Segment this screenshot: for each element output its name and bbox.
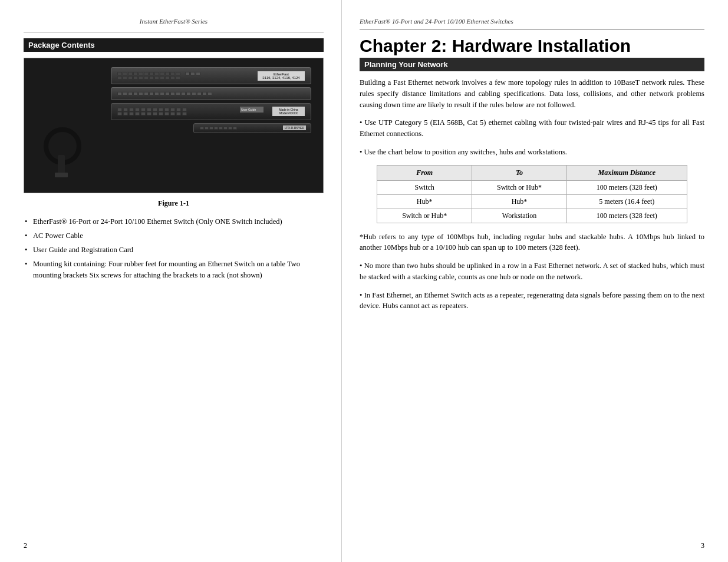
package-bullet-list: EtherFast® 16-Port or 24-Port 10/100 Eth… xyxy=(24,216,324,280)
right-page: EtherFast® 16-Port and 24-Port 10/100 Et… xyxy=(342,0,728,562)
hub-uplink-bullet: • No more than two hubs should be uplink… xyxy=(360,260,704,283)
table-row: Switch Switch or Hub* 100 meters (328 fe… xyxy=(377,180,687,194)
table-header-to: To xyxy=(472,165,567,180)
table-row: Hub* Hub* 5 meters (16.4 feet) xyxy=(377,194,687,209)
left-page-number: 2 xyxy=(24,541,27,550)
left-series-label: Instant EtherFast® Series xyxy=(24,18,324,25)
figure-caption: Figure 1-1 xyxy=(24,199,324,208)
table-cell: Hub* xyxy=(472,194,567,209)
network-table: From To Maximum Distance Switch Switch o… xyxy=(377,165,687,223)
table-header-from: From xyxy=(377,165,472,180)
table-cell: Workstation xyxy=(472,209,567,223)
footnote: *Hub refers to any type of 100Mbps hub, … xyxy=(360,232,704,254)
chapter-title: Chapter 2: Hardware Installation xyxy=(360,36,704,55)
table-cell: 100 meters (328 feet) xyxy=(566,180,687,194)
intro-paragraph: Building a Fast Ethernet network involve… xyxy=(360,77,704,110)
switch-stack: EtherFast3116, 3124, 4116, 4124 xyxy=(111,67,311,133)
right-series-label: EtherFast® 16-Port and 24-Port 10/100 Et… xyxy=(360,18,704,25)
table-cell: Switch or Hub* xyxy=(472,180,567,194)
right-page-number: 3 xyxy=(701,541,704,550)
ethernet-switch-bullet: • In Fast Ethernet, an Ethernet Switch a… xyxy=(360,290,704,312)
table-row: Switch or Hub* Workstation 100 meters (3… xyxy=(377,209,687,223)
list-item: User Guide and Registration Card xyxy=(24,244,324,255)
svg-rect-1 xyxy=(58,155,65,176)
product-image: EtherFast3116, 3124, 4116, 4124 xyxy=(24,58,324,193)
package-contents-header: Package Contents xyxy=(24,38,324,52)
chart-bullet: • Use the chart below to position any sw… xyxy=(360,147,704,158)
list-item: Mounting kit containing: Four rubber fee… xyxy=(24,259,324,280)
utp-bullet: • Use UTP Category 5 (EIA 568B, Cat 5) e… xyxy=(360,117,704,140)
table-cell: Switch xyxy=(377,180,472,194)
cable-image xyxy=(42,120,83,181)
table-cell: Hub* xyxy=(377,194,472,209)
planning-header: Planning Your Network xyxy=(360,58,704,71)
table-cell: Switch or Hub* xyxy=(377,209,472,223)
table-cell: 5 meters (16.4 feet) xyxy=(566,194,687,209)
list-item: EtherFast® 16-Port or 24-Port 10/100 Eth… xyxy=(24,216,324,227)
table-cell: 100 meters (328 feet) xyxy=(566,209,687,223)
list-item: AC Power Cable xyxy=(24,230,324,241)
svg-rect-2 xyxy=(55,173,68,177)
table-header-distance: Maximum Distance xyxy=(566,165,687,180)
left-page: Instant EtherFast® Series Package Conten… xyxy=(0,0,342,562)
